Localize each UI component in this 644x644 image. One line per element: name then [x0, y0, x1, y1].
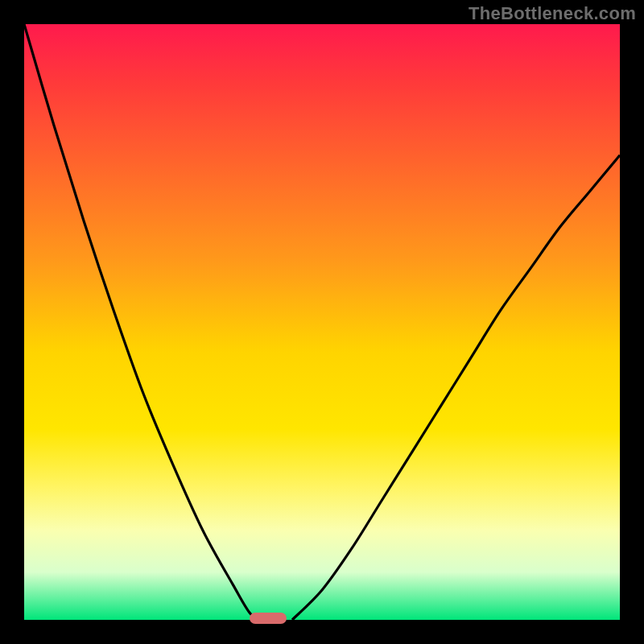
curve-layer [24, 24, 620, 620]
right-curve [292, 155, 620, 620]
chart-frame: TheBottleneck.com [0, 0, 644, 644]
bottleneck-marker [250, 613, 287, 624]
watermark-text: TheBottleneck.com [469, 3, 636, 24]
plot-area [24, 24, 620, 620]
left-curve [24, 24, 262, 620]
